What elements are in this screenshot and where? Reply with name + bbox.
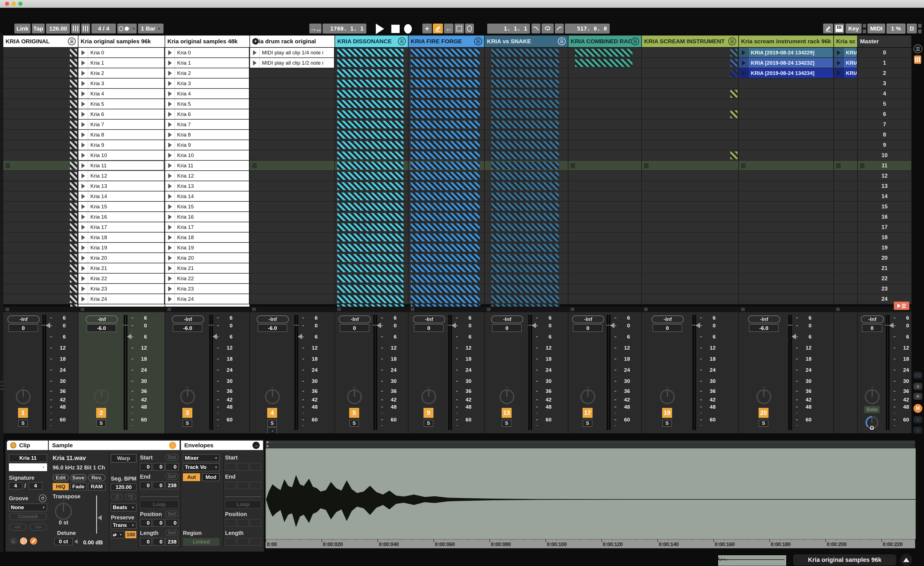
track-activator-button[interactable]: 2: [96, 408, 106, 418]
clip-slot[interactable]: [834, 212, 858, 222]
scene-row[interactable]: 9: [858, 140, 912, 151]
clip-slot[interactable]: Kria 4: [78, 89, 165, 99]
clip-slot[interactable]: [568, 243, 642, 253]
clip-slot[interactable]: Kria 16: [165, 212, 250, 222]
clip[interactable]: Kria 13: [78, 181, 164, 191]
clip-slot[interactable]: [3, 263, 78, 274]
clip-launch-button[interactable]: [165, 58, 175, 68]
clip-slot[interactable]: [250, 212, 335, 222]
clip-slot[interactable]: [408, 274, 485, 284]
peak-level-display[interactable]: -Inf: [861, 315, 884, 323]
scene-row[interactable]: 6: [858, 109, 912, 120]
volume-fader-handle[interactable]: [696, 323, 700, 328]
clip-slot[interactable]: Kria 13: [165, 181, 250, 191]
clip-slot[interactable]: [3, 78, 78, 89]
volume-fader-handle[interactable]: [452, 323, 456, 328]
scene-row[interactable]: 18: [858, 232, 912, 243]
clip-slot[interactable]: [642, 253, 739, 263]
group-clip-hatch[interactable]: [491, 69, 559, 77]
ram-toggle[interactable]: RAM: [88, 483, 105, 490]
clip-launch-button[interactable]: [78, 109, 88, 119]
volume-fader-handle[interactable]: [376, 323, 381, 328]
scene-row[interactable]: 11: [858, 161, 912, 171]
group-clip-hatch[interactable]: [411, 121, 480, 128]
scene-row[interactable]: 20: [858, 253, 912, 263]
clip[interactable]: Kria 20: [165, 253, 249, 263]
clip-slot[interactable]: [3, 253, 78, 263]
clip-slot[interactable]: [739, 243, 834, 253]
pan-knob[interactable]: [865, 389, 880, 404]
envelope-device-chooser[interactable]: Mixer▼: [183, 454, 219, 462]
save-button[interactable]: Save: [70, 474, 87, 482]
clip-slot[interactable]: [335, 89, 408, 99]
clip-slot[interactable]: [568, 89, 642, 99]
group-clip-hatch[interactable]: [337, 152, 404, 159]
clip-slot[interactable]: [485, 222, 568, 232]
track-stop-button[interactable]: [487, 308, 490, 311]
pan-knob[interactable]: [265, 389, 280, 404]
link-button[interactable]: Link: [14, 24, 30, 33]
clip-slot[interactable]: [250, 151, 335, 161]
peak-level-display[interactable]: -Inf: [572, 315, 604, 323]
pan-knob[interactable]: [500, 389, 514, 404]
gain-slider-handle[interactable]: [98, 515, 102, 521]
clip[interactable]: Kria 9: [78, 140, 164, 150]
clip-slot[interactable]: [568, 151, 642, 161]
clip-gain-value[interactable]: 0.00 dB: [83, 539, 103, 546]
automation-toggle[interactable]: Aut: [183, 473, 200, 481]
fade-toggle[interactable]: Fade: [70, 483, 87, 490]
clip-slot[interactable]: [642, 243, 739, 253]
clip-slot[interactable]: [485, 68, 568, 78]
clip-launch-button[interactable]: [165, 48, 175, 57]
clip-slot[interactable]: [834, 263, 858, 274]
draw-mode-toggle[interactable]: [823, 24, 833, 33]
arrow-right-icon[interactable]: →: [252, 442, 260, 449]
group-clip-hatch[interactable]: [411, 254, 480, 262]
clip-launch-button[interactable]: [165, 284, 175, 294]
clip-launch-button[interactable]: [78, 181, 88, 191]
group-clip-hatch[interactable]: [411, 223, 480, 231]
end-sixteenths-field[interactable]: 238: [165, 482, 178, 489]
group-clip-hatch[interactable]: [337, 162, 404, 170]
play-marker-icon[interactable]: [267, 445, 269, 447]
group-clip-hatch[interactable]: [491, 275, 559, 283]
clip[interactable]: Kria 19: [78, 243, 164, 253]
clip-slot[interactable]: [3, 130, 78, 140]
scene-row[interactable]: 2: [858, 68, 912, 78]
clip-slot[interactable]: [568, 191, 642, 202]
clip-slot[interactable]: Kria 8: [78, 130, 165, 140]
clip-launch-button[interactable]: [78, 48, 88, 57]
group-clip-hatch[interactable]: [337, 141, 404, 149]
end-beats-field[interactable]: 0: [153, 482, 164, 489]
clip-slot[interactable]: [408, 181, 485, 191]
transient-loop-mode-chooser[interactable]: ⇄▼: [111, 531, 124, 538]
clip-slot[interactable]: [568, 274, 642, 284]
track-activator-button[interactable]: 17: [582, 408, 592, 418]
clip-slot[interactable]: Kria 11: [165, 161, 250, 171]
clip-slot[interactable]: [3, 222, 78, 232]
loop-length-field[interactable]: 517. 0. 0: [565, 24, 610, 33]
length-set-button[interactable]: Set: [165, 529, 178, 536]
volume-fader-handle[interactable]: [532, 323, 536, 328]
clip-slot[interactable]: [834, 140, 858, 151]
scene-row[interactable]: 12: [858, 171, 912, 181]
group-clip-hatch[interactable]: [411, 213, 480, 221]
clip-launch-button[interactable]: [165, 222, 175, 232]
group-clip-hatch[interactable]: [337, 59, 404, 67]
transpose-knob[interactable]: [55, 503, 72, 520]
scene-row[interactable]: 23: [858, 284, 912, 294]
scene-row[interactable]: 0: [858, 48, 912, 58]
clip[interactable]: Kria 1: [165, 58, 249, 68]
clip-slot[interactable]: [335, 130, 408, 140]
clip-slot[interactable]: [335, 284, 408, 294]
group-clip-hatch[interactable]: [337, 233, 404, 241]
show-sends-toggle[interactable]: S: [914, 383, 922, 390]
warp-toggle[interactable]: Warp: [111, 454, 136, 462]
volume-value-field[interactable]: 0: [862, 324, 882, 332]
clip-slot[interactable]: [568, 212, 642, 222]
clip-slot[interactable]: [642, 212, 739, 222]
clip[interactable]: Kria 5: [165, 99, 249, 109]
track-header[interactable]: Kria sc: [834, 36, 858, 47]
clip-slot[interactable]: [642, 120, 739, 130]
clip-slot[interactable]: [739, 140, 834, 151]
